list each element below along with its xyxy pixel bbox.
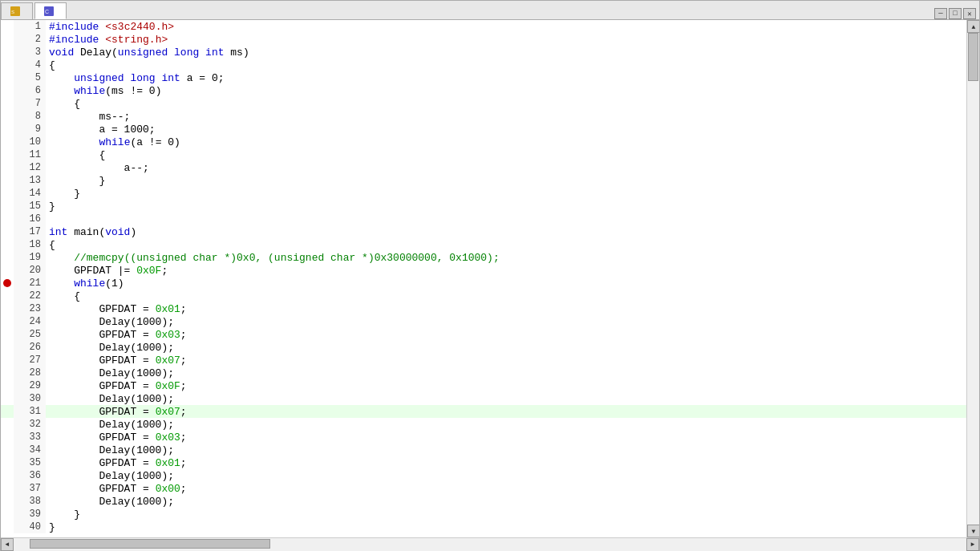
code-line-text: }: [46, 521, 55, 533]
code-line-text: void Delay(unsigned long int ms): [46, 46, 249, 59]
tab-s3c2440[interactable]: S: [1, 2, 33, 19]
code-line: 34 Delay(1000);: [1, 444, 966, 456]
line-number: 13: [14, 174, 46, 187]
line-number: 26: [14, 341, 46, 354]
close-button[interactable]: ✕: [963, 8, 976, 19]
line-number: 3: [14, 46, 46, 59]
scroll-track[interactable]: [967, 33, 979, 525]
code-line-text: GPFDAT = 0x03;: [46, 431, 187, 444]
tab-bar: S C ─ □ ✕: [1, 1, 979, 20]
code-line-text: Delay(1000);: [46, 315, 174, 328]
token-plain: ms): [225, 47, 249, 59]
hscroll-thumb[interactable]: [30, 539, 270, 549]
token-plain: GPFDAT |=: [49, 265, 136, 277]
code-line: 40}: [1, 521, 966, 533]
token-plain: Delay(: [74, 47, 118, 59]
token-type: int: [161, 72, 180, 84]
maximize-button[interactable]: □: [949, 8, 962, 19]
token-plain: Delay(1000);: [49, 393, 174, 405]
line-number: 18: [14, 238, 46, 251]
token-plain: ): [130, 226, 136, 238]
vertical-scrollbar[interactable]: ▲ ▼: [966, 20, 979, 537]
token-type: void: [49, 47, 74, 59]
code-area: 1#include <s3c2440.h>2#include <string.h…: [1, 20, 966, 537]
token-plain: ;: [180, 483, 187, 495]
token-preproc: #include: [49, 34, 99, 46]
scroll-right-button[interactable]: ►: [966, 538, 979, 551]
code-line-text: }: [46, 174, 105, 187]
token-plain: ;: [180, 355, 187, 367]
code-line-text: {: [46, 148, 105, 161]
editor-body: 1#include <s3c2440.h>2#include <string.h…: [1, 20, 979, 537]
line-number: 30: [14, 392, 46, 405]
code-line: 35 GPFDAT = 0x01;: [1, 456, 966, 469]
line-number: 19: [14, 251, 46, 264]
scroll-left-button[interactable]: ◄: [1, 538, 14, 551]
code-line: 4{: [1, 59, 966, 71]
code-line-text: }: [46, 187, 80, 200]
token-plain: [49, 136, 99, 148]
line-number: 33: [14, 431, 46, 444]
code-line-text: Delay(1000);: [46, 495, 174, 508]
code-line-text: int main(void): [46, 225, 136, 238]
line-number: 31: [14, 405, 46, 418]
token-plain: GPFDAT =: [49, 380, 156, 392]
token-plain: Delay(1000);: [49, 444, 174, 456]
minimize-button[interactable]: ─: [934, 8, 947, 19]
code-line-text: }: [46, 508, 80, 521]
scroll-thumb[interactable]: [968, 33, 978, 81]
token-plain: ;: [180, 431, 187, 444]
token-plain: [99, 34, 105, 46]
code-line: 29 GPFDAT = 0x0F;: [1, 379, 966, 392]
token-type: unsigned: [118, 47, 168, 59]
code-line: 38 Delay(1000);: [1, 495, 966, 508]
token-plain: ;: [180, 380, 187, 392]
token-plain: {: [49, 239, 55, 251]
code-line: 17int main(void): [1, 225, 966, 238]
token-hex: 0x00: [156, 483, 180, 495]
code-content[interactable]: 1#include <s3c2440.h>2#include <string.h…: [1, 20, 966, 537]
svg-text:C: C: [45, 9, 49, 14]
code-line: 20 GPFDAT |= 0x0F;: [1, 264, 966, 277]
line-number: 4: [14, 59, 46, 71]
line-number: 27: [14, 354, 46, 367]
line-number: 10: [14, 136, 46, 148]
token-plain: GPFDAT =: [49, 406, 156, 418]
code-line: 16: [1, 213, 966, 225]
code-line-text: GPFDAT = 0x00;: [46, 482, 187, 495]
token-plain: }: [49, 201, 55, 213]
line-number: 23: [14, 302, 46, 315]
code-line: 37 GPFDAT = 0x00;: [1, 482, 966, 495]
line-number: 14: [14, 187, 46, 200]
token-hex: 0x03: [156, 431, 180, 444]
scroll-down-button[interactable]: ▼: [967, 525, 979, 537]
token-plain: [124, 72, 131, 84]
line-number: 28: [14, 367, 46, 379]
token-plain: GPFDAT =: [49, 483, 156, 495]
token-plain: ms--;: [49, 111, 130, 123]
line-number: 40: [14, 521, 46, 533]
token-include: <s3c2440.h>: [105, 21, 174, 33]
line-number: 38: [14, 495, 46, 508]
code-line-text: GPFDAT = 0x03;: [46, 328, 187, 341]
code-line: 5 unsigned long int a = 0;: [1, 71, 966, 84]
token-type: int: [49, 226, 67, 238]
hscroll-track[interactable]: [14, 538, 966, 551]
breakpoint-marker: [3, 279, 11, 287]
scroll-up-button[interactable]: ▲: [967, 20, 979, 33]
code-line-text: #include <s3c2440.h>: [46, 20, 174, 33]
code-line: 10 while(a != 0): [1, 136, 966, 148]
code-line-text: }: [46, 200, 55, 213]
token-plain: ;: [180, 457, 187, 469]
token-plain: a--;: [49, 162, 149, 174]
code-line: 19 //memcpy((unsigned char *)0x0, (unsig…: [1, 251, 966, 264]
line-number: 8: [14, 110, 46, 123]
code-line-text: GPFDAT = 0x01;: [46, 456, 187, 469]
code-line-text: //memcpy((unsigned char *)0x0, (unsigned…: [46, 251, 500, 264]
line-number: 6: [14, 84, 46, 97]
breakpoint-column[interactable]: [1, 279, 14, 287]
tab-mainc[interactable]: C: [34, 2, 67, 19]
code-line-text: while(ms != 0): [46, 84, 161, 97]
token-plain: Delay(1000);: [49, 470, 174, 482]
code-line-text: Delay(1000);: [46, 418, 174, 431]
